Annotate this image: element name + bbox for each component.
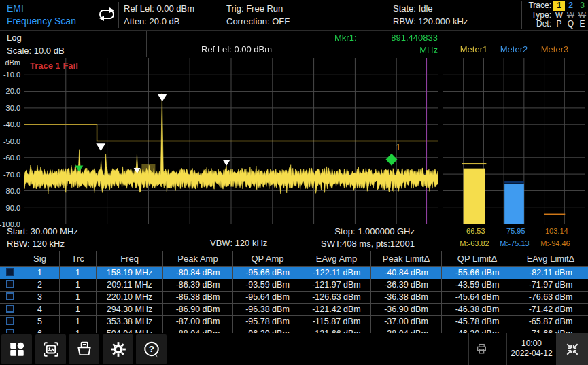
y-axis-tick: -30.0 bbox=[3, 103, 20, 113]
y-axis-tick: -40.0 bbox=[3, 120, 20, 129]
cell-eavg-limit-: -71.66 dBm bbox=[513, 328, 588, 333]
trace-3-type: W bbox=[576, 11, 588, 20]
meter1-bar bbox=[464, 169, 485, 224]
start-frequency-text: Start: 30.000 MHz bbox=[7, 226, 78, 238]
cell-qp-amp: -93.59 dBm bbox=[233, 279, 302, 291]
signal-marker-white-triangle bbox=[96, 143, 105, 151]
y-axis-tick: -60.0 bbox=[3, 153, 20, 162]
log-text: Log bbox=[7, 31, 65, 44]
help-button[interactable]: ? bbox=[136, 334, 167, 364]
rbw-text: RBW: 120.000 kHz bbox=[393, 15, 468, 28]
checkbox-cell bbox=[0, 267, 20, 279]
meter2-value: -75.95 bbox=[494, 227, 536, 236]
continuous-sweep-loop-icon[interactable] bbox=[97, 7, 116, 24]
signal-marker-white-triangle bbox=[223, 160, 230, 166]
row-checkbox[interactable] bbox=[6, 317, 14, 325]
meter1-readout: -66.53M:-63.82 bbox=[453, 226, 496, 248]
trace-3-det: E bbox=[576, 20, 588, 29]
checkbox-cell bbox=[0, 304, 20, 315]
scale-readout: Log Scale: 10.0 dB bbox=[7, 31, 65, 57]
cell-sig: 1 bbox=[20, 267, 60, 279]
cell-qp-limit-: -45.64 dBm bbox=[442, 292, 513, 303]
collapse-fullscreen-button[interactable] bbox=[556, 333, 588, 365]
cell-eavg-limit-: -65.87 dBm bbox=[513, 316, 588, 328]
cell-peak-limit-: -36.39 dBm bbox=[371, 279, 442, 291]
help-icon: ? bbox=[143, 341, 160, 358]
trace-selector[interactable]: Trace:123Type:WWWDet:PQE bbox=[524, 1, 588, 29]
trace-1-type: W bbox=[553, 11, 565, 20]
trace-1-num[interactable]: 1 bbox=[553, 1, 565, 11]
table-row[interactable]: 61504.04 MHz-88.04 dBm-96.20 dBm-121.66 … bbox=[0, 328, 588, 333]
cell-sig: 2 bbox=[20, 279, 60, 291]
meter2-bar bbox=[504, 184, 524, 224]
header-divider bbox=[521, 1, 522, 29]
header-bar: EMI Frequency Scan Ref Lel: 0.00 dBm Att… bbox=[0, 0, 588, 31]
meter-bars-svg bbox=[443, 58, 585, 224]
settings-gear-icon bbox=[109, 341, 127, 358]
column-header: QP LimitΔ bbox=[442, 251, 513, 266]
cell-peak-limit-: -36.90 dBm bbox=[371, 304, 442, 315]
cell-sig: 5 bbox=[20, 316, 60, 328]
cell-trc: 1 bbox=[60, 316, 97, 328]
subheader-divider bbox=[322, 31, 322, 57]
time-text: 10:00 bbox=[508, 338, 555, 349]
marker1-diamond[interactable] bbox=[385, 154, 397, 166]
meter1-max-value: M:-63.82 bbox=[453, 239, 496, 248]
column-header: Peak Amp bbox=[163, 251, 233, 266]
save-file-button[interactable] bbox=[69, 334, 99, 364]
cell-peak-amp: -86.39 dBm bbox=[163, 279, 233, 291]
meter1-label: Meter1 bbox=[453, 44, 494, 54]
cell-trc: 1 bbox=[60, 279, 97, 291]
row-checkbox[interactable] bbox=[6, 305, 14, 313]
subheader-bar: Log Scale: 10.0 dB Ref Lel: 0.00 dBm Mkr… bbox=[0, 31, 588, 58]
cell-eavg-amp: -121.66 dBm bbox=[302, 328, 371, 333]
cell-eavg-amp: -126.63 dBm bbox=[302, 292, 371, 303]
checkbox-cell bbox=[0, 292, 20, 303]
table-row[interactable]: 21209.11 MHz-86.39 dBm-93.59 dBm-121.97 … bbox=[0, 279, 588, 291]
cell-eavg-amp: -121.42 dBm bbox=[302, 304, 371, 315]
meter3-max-line bbox=[544, 214, 566, 215]
cell-qp-limit-: -46.38 dBm bbox=[442, 304, 513, 315]
toolbar-divider bbox=[506, 333, 507, 365]
cell-peak-amp: -80.84 dBm bbox=[163, 267, 233, 279]
meter3-label: Meter3 bbox=[534, 44, 575, 54]
meter3-readout: -103.14M:-94.46 bbox=[534, 226, 576, 248]
correction-text: Correction: OFF bbox=[226, 15, 290, 28]
trace-2-num[interactable]: 2 bbox=[565, 1, 576, 11]
cell-eavg-limit-: -76.63 dBm bbox=[513, 292, 588, 303]
subheader-divider bbox=[146, 31, 147, 57]
trace-2-type: W bbox=[565, 11, 576, 20]
marker1-frequency: 891.440833 MHz bbox=[371, 32, 438, 56]
row-checkbox[interactable] bbox=[6, 280, 14, 288]
marker1-number-label: 1 bbox=[396, 142, 400, 152]
settings-button[interactable] bbox=[103, 334, 133, 364]
table-row[interactable]: 51353.38 MHz-87.00 dBm-95.78 dBm-115.87 … bbox=[0, 315, 588, 328]
meter1-value: -66.53 bbox=[453, 227, 496, 236]
marker1-label: Mkr1: bbox=[334, 32, 371, 56]
trig-correction-readout: Trig: Free Run Correction: OFF bbox=[226, 2, 290, 28]
cell-qp-amp: -95.66 dBm bbox=[233, 267, 302, 279]
collapse-arrows-icon bbox=[565, 342, 580, 357]
printer-status-icon bbox=[476, 343, 487, 358]
table-row[interactable]: 11158.19 MHz-80.84 dBm-95.66 dBm-122.11 … bbox=[0, 266, 588, 279]
state-text: State: Idle bbox=[393, 2, 468, 15]
cell-qp-amp: -96.38 dBm bbox=[233, 304, 302, 315]
row-checkbox[interactable] bbox=[6, 268, 14, 276]
y-axis-tick: -50.0 bbox=[3, 137, 20, 146]
app-title: EMI Frequency Scan bbox=[7, 2, 76, 28]
y-axis-unit: dBm bbox=[5, 58, 20, 67]
cell-eavg-amp: -121.97 dBm bbox=[302, 279, 371, 291]
cell-freq: 353.38 MHz bbox=[97, 316, 163, 328]
clock[interactable]: 10:00 2022-04-12 bbox=[508, 338, 555, 359]
trace-selector-det-label: Det: bbox=[524, 20, 551, 29]
screenshot-button[interactable] bbox=[35, 334, 66, 364]
ref-level-center-text: Ref Lel: 0.00 dBm bbox=[201, 44, 272, 54]
cell-trc: 1 bbox=[60, 328, 97, 333]
trace-3-num[interactable]: 3 bbox=[576, 1, 588, 11]
table-row[interactable]: 41294.30 MHz-86.90 dBm-96.38 dBm-121.42 … bbox=[0, 303, 588, 315]
cell-eavg-amp: -115.87 dBm bbox=[302, 316, 371, 328]
apps-grid-button[interactable] bbox=[1, 334, 32, 364]
meter3-value: -103.14 bbox=[534, 227, 576, 236]
row-checkbox[interactable] bbox=[6, 292, 14, 300]
table-row[interactable]: 31220.10 MHz-86.38 dBm-95.64 dBm-126.63 … bbox=[0, 291, 588, 303]
